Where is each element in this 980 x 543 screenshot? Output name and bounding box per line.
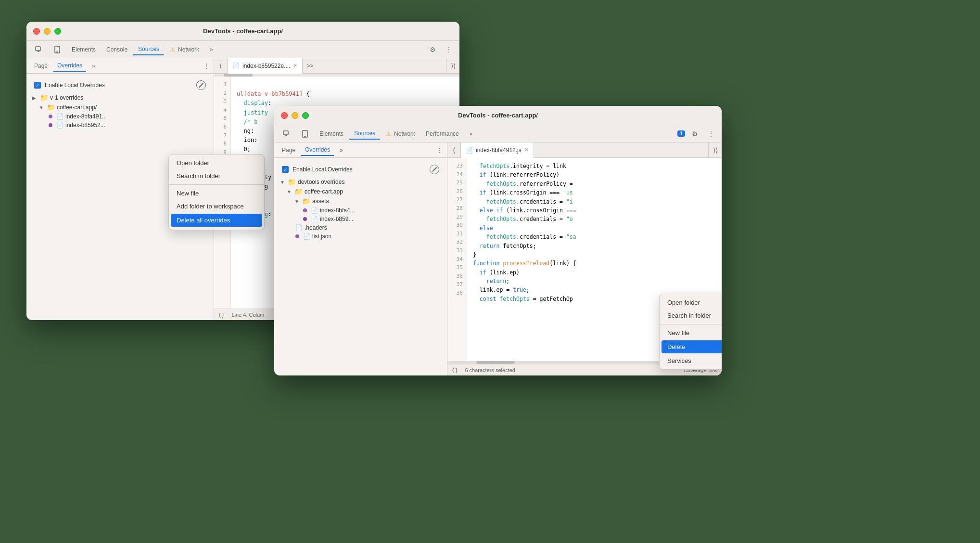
editor-sidebar-toggle-front[interactable]: ⟨ bbox=[447, 142, 461, 158]
tab-elements-back[interactable]: Elements bbox=[67, 44, 101, 55]
ctx-services-front[interactable]: Services › bbox=[660, 354, 722, 367]
tab-bar-back: Elements Console Sources ⚠ Network » ⚙ ⋮ bbox=[26, 41, 459, 58]
ctx-new-file-back[interactable]: New file bbox=[169, 187, 264, 200]
maximize-button-back[interactable] bbox=[54, 28, 61, 35]
tab-bar-front: Elements Sources ⚠ Network Performance »… bbox=[274, 125, 722, 142]
clear-overrides-icon-back[interactable] bbox=[196, 80, 206, 90]
sidebar-tab-more-front[interactable]: » bbox=[336, 145, 347, 155]
tab-sources-front[interactable]: Sources bbox=[349, 128, 380, 140]
title-bar-front: DevTools - coffee-cart.app/ bbox=[274, 106, 722, 125]
editor-file-tab-back[interactable]: 📄 index-b859522e.... ✕ bbox=[228, 58, 303, 74]
folder-icon-coffee-front: 📁 bbox=[294, 188, 303, 195]
more-button-front[interactable]: ⋮ bbox=[704, 127, 718, 141]
minimize-button-back[interactable] bbox=[44, 28, 51, 35]
minimize-button-front[interactable] bbox=[292, 112, 298, 119]
code-line-30-front: else bbox=[473, 224, 716, 233]
close-button-back[interactable] bbox=[33, 28, 40, 35]
tab-sources-back[interactable]: Sources bbox=[133, 44, 164, 55]
curly-icon-front: { } bbox=[452, 367, 457, 373]
tree-file2-back[interactable]: 📄 index-b85952... bbox=[30, 121, 210, 129]
tree-listjson-front[interactable]: 📄 list.json bbox=[278, 232, 443, 241]
scrollbar-thumb-front[interactable] bbox=[476, 361, 515, 364]
code-line-2-back: ul[data-v-bb7b5941] { bbox=[237, 90, 454, 99]
sidebar-tab-more-back[interactable]: » bbox=[88, 61, 99, 71]
tree-root-back[interactable]: ▶ 📁 v-1 overrides bbox=[30, 93, 210, 103]
tree-file2-front[interactable]: 📄 index-b859... bbox=[278, 215, 443, 223]
sidebar-tabs-back: Page Overrides » ⋮ bbox=[26, 58, 214, 74]
panel-layout-front: Page Overrides » ⋮ ✓ Enable Local Overri… bbox=[274, 142, 722, 375]
tab-performance-front[interactable]: Performance bbox=[421, 129, 464, 139]
tree-file1-back[interactable]: 📄 index-8bfa491... bbox=[30, 112, 210, 121]
code-line-26-front: if (link.crossOrigin === "us bbox=[473, 188, 716, 197]
ctx-new-file-front[interactable]: New file bbox=[660, 326, 722, 339]
code-line-29-front: fetchOpts.credentials = "o bbox=[473, 215, 716, 223]
tree-coffee-back[interactable]: ▼ 📁 coffee-cart.app/ bbox=[30, 103, 210, 112]
editor-tab-close-front[interactable]: ✕ bbox=[524, 147, 529, 153]
enable-overrides-front: ✓ Enable Local Overrides bbox=[278, 162, 443, 177]
sidebar-tab-page-front[interactable]: Page bbox=[278, 145, 299, 155]
ctx-search-folder-front[interactable]: Search in folder bbox=[660, 309, 722, 322]
enable-overrides-checkbox-front[interactable]: ✓ bbox=[282, 166, 289, 173]
editor-file-tab-front[interactable]: 📄 index-8bfa4912.js ✕ bbox=[461, 142, 534, 158]
sidebar-tab-overrides-front[interactable]: Overrides bbox=[301, 144, 334, 156]
tab-console-back[interactable]: Console bbox=[102, 44, 132, 55]
tree-file1-front[interactable]: 📄 index-8bfa4... bbox=[278, 206, 443, 215]
ctx-sep1-back bbox=[169, 184, 264, 185]
editor-tab-close-back[interactable]: ✕ bbox=[293, 63, 297, 69]
folder-icon-root-front: 📁 bbox=[288, 178, 296, 186]
ctx-delete-overrides-back[interactable]: Delete all overrides bbox=[171, 214, 262, 227]
traffic-lights-back bbox=[33, 28, 61, 35]
sidebar-menu-back[interactable]: ⋮ bbox=[203, 62, 210, 70]
ctx-open-folder-front[interactable]: Open folder bbox=[660, 296, 722, 309]
window-title-back: DevTools - coffee-cart.app/ bbox=[203, 27, 283, 35]
context-menu-front: Open folder Search in folder New file De… bbox=[659, 294, 722, 370]
tree-headers-front[interactable]: 📄 .headers bbox=[278, 223, 443, 232]
ctx-delete-front[interactable]: Delete bbox=[662, 340, 722, 353]
inspect-icon-front bbox=[283, 130, 291, 138]
editor-tabs-back: ⟨ 📄 index-b859522e.... ✕ >> ⟩⟩ bbox=[214, 58, 459, 74]
tree-assets-front[interactable]: ▼ 📁 assets bbox=[278, 196, 443, 206]
ctx-add-folder-back[interactable]: Add folder to workspace bbox=[169, 200, 264, 213]
settings-button-back[interactable]: ⚙ bbox=[426, 43, 439, 56]
editor-tabs-more-back[interactable]: >> bbox=[303, 63, 317, 69]
sidebar-front: Page Overrides » ⋮ ✓ Enable Local Overri… bbox=[274, 142, 447, 375]
enable-overrides-back: ✓ Enable Local Overrides bbox=[30, 78, 210, 93]
tab-inspect-front[interactable] bbox=[278, 128, 295, 140]
editor-collapse-back[interactable]: ⟩⟩ bbox=[446, 58, 459, 74]
maximize-button-front[interactable] bbox=[302, 112, 309, 119]
ctx-sep1-front bbox=[660, 324, 722, 324]
code-line-32-front: return fetchOpts; bbox=[473, 242, 716, 250]
settings-button-front[interactable]: ⚙ bbox=[688, 127, 701, 141]
svg-rect-5 bbox=[283, 131, 288, 135]
curly-icon-back: { } bbox=[219, 312, 224, 318]
tab-network-back[interactable]: ⚠ Network bbox=[165, 44, 204, 55]
code-line-31-front: fetchOpts.credentials = "sa bbox=[473, 233, 716, 241]
sidebar-menu-front[interactable]: ⋮ bbox=[436, 146, 443, 154]
tree-root-front[interactable]: ▼ 📁 devtools overrides bbox=[278, 177, 443, 187]
ctx-search-folder-back[interactable]: Search in folder bbox=[169, 169, 264, 182]
sidebar-tab-overrides-back[interactable]: Overrides bbox=[53, 60, 86, 72]
file-bullet2-back bbox=[49, 123, 52, 127]
close-button-front[interactable] bbox=[281, 112, 288, 119]
file-bullet2-front bbox=[303, 217, 307, 221]
tab-device-back[interactable] bbox=[49, 44, 66, 55]
file-icon-json-front: 📄 bbox=[303, 233, 310, 240]
sidebar-tab-page-back[interactable]: Page bbox=[30, 61, 51, 71]
tab-device-front[interactable] bbox=[296, 128, 314, 140]
more-button-back[interactable]: ⋮ bbox=[442, 43, 456, 56]
editor-collapse-front[interactable]: ⟩⟩ bbox=[708, 142, 722, 158]
tab-network-front[interactable]: ⚠ Network bbox=[381, 129, 420, 139]
warning-icon-back: ⚠ bbox=[170, 46, 175, 53]
tab-inspect-back[interactable] bbox=[30, 44, 48, 55]
tree-coffee-front[interactable]: ▼ 📁 coffee-cart.app bbox=[278, 187, 443, 196]
ctx-open-folder-back[interactable]: Open folder bbox=[169, 156, 264, 169]
file-bullet1-front bbox=[303, 208, 307, 212]
clear-overrides-icon-front[interactable] bbox=[430, 165, 439, 174]
file-icon-tab-back: 📄 bbox=[232, 63, 240, 69]
tab-more-back[interactable]: » bbox=[205, 44, 218, 55]
editor-sidebar-toggle-back[interactable]: ⟨ bbox=[214, 58, 228, 74]
tab-elements-front[interactable]: Elements bbox=[315, 129, 348, 139]
tab-more-front[interactable]: » bbox=[465, 129, 478, 139]
code-line-1-back bbox=[237, 80, 454, 90]
enable-overrides-checkbox-back[interactable]: ✓ bbox=[34, 82, 41, 89]
